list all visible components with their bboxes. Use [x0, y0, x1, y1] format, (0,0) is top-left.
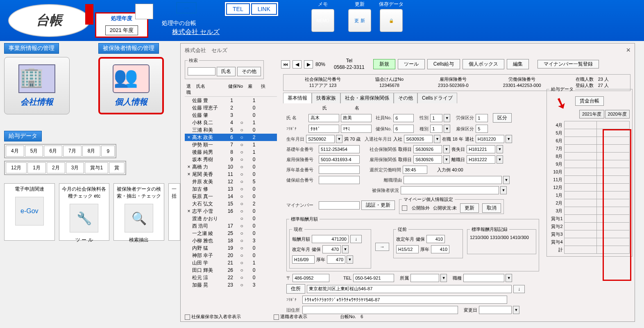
list-row[interactable]: 一之瀬 綾25○0 — [185, 230, 277, 237]
addr-kana-input[interactable] — [302, 296, 507, 304]
memo-tool[interactable]: メモ MEMO — [311, 1, 334, 32]
list-row[interactable]: 加古 修13○0 — [185, 185, 277, 193]
kana-mei-input[interactable] — [341, 125, 372, 133]
search-other-button[interactable]: その他 — [237, 67, 261, 76]
list-row[interactable]: 佐藤 理恵子20 — [185, 104, 277, 112]
tab-4[interactable]: Cellsドライブ — [417, 93, 457, 103]
tel-input[interactable] — [353, 274, 394, 282]
list-row[interactable]: 田口 輝美26○0 — [185, 266, 277, 274]
koyou-kbn-input[interactable] — [476, 125, 488, 133]
leave-input[interactable] — [476, 135, 504, 143]
month-cell[interactable]: 12月 — [6, 162, 27, 173]
tel-button[interactable]: TEL — [226, 3, 250, 15]
list-row[interactable]: 大石 弘文15○2 — [185, 200, 277, 207]
address-button[interactable]: 住所 — [286, 284, 305, 294]
sep-reason-select[interactable] — [404, 176, 502, 184]
list-row[interactable]: 荻原 真一14○0 — [185, 193, 277, 200]
check-tool[interactable]: 今月の社会保険料各種チェック etc 🔧 ツ ー ル — [59, 183, 110, 241]
kana-sei-input[interactable] — [308, 125, 339, 133]
hide-noninsured-checkbox[interactable] — [185, 314, 190, 320]
link-button[interactable]: LINK — [251, 3, 277, 15]
now-kounen-input[interactable] — [327, 255, 345, 264]
now-kenpo-input[interactable] — [322, 245, 341, 253]
list-row[interactable]: 小柳 雅也18○3 — [185, 237, 277, 244]
list-row[interactable]: ×高橋 力10○0 — [185, 163, 277, 171]
list-row[interactable]: 内野 猛19○0 — [185, 244, 277, 252]
personal-box-button[interactable]: 個人ボックス — [463, 59, 504, 69]
personal-info-button[interactable]: 個人情報 — [98, 57, 164, 114]
chevron-down-icon[interactable]: ▼ — [497, 155, 503, 164]
egov-tool[interactable]: 電子申請関連 e-Gov — [4, 183, 55, 241]
person-list[interactable]: 佐藤 豊11佐藤 理恵子20佐藤 肇30小林 良二4○1三浦 和美5○0×高木 … — [185, 96, 277, 326]
search-name-button[interactable]: 氏名 — [217, 67, 236, 76]
batch-tool[interactable]: 一括 — [168, 183, 180, 241]
tab-3[interactable]: その他 — [394, 93, 417, 103]
chevron-down-icon[interactable]: ▼ — [506, 135, 512, 143]
mynumber-input[interactable] — [319, 201, 360, 210]
emp-no-input[interactable] — [393, 114, 414, 122]
list-row[interactable]: ×志平 小雪16○0 — [185, 207, 277, 215]
shakai-loss-input[interactable] — [467, 145, 495, 153]
tab-1[interactable]: 扶養家族 — [312, 93, 340, 103]
chevron-down-icon[interactable]: ▼ — [503, 176, 510, 184]
mei-input[interactable] — [341, 114, 372, 122]
month-cell[interactable]: 賞 — [109, 162, 125, 173]
edit-button[interactable]: 編集 — [507, 59, 529, 69]
chevron-down-icon[interactable]: ▼ — [336, 135, 342, 143]
month-cell[interactable]: 6月 — [44, 146, 62, 157]
chevron-down-icon[interactable]: ▼ — [444, 114, 450, 122]
saved-data-tool[interactable]: 保存データ 🔒 — [379, 1, 404, 32]
month-cell[interactable]: 3月 — [66, 162, 84, 173]
tab-2[interactable]: 社会・雇用保険関係 — [340, 93, 394, 103]
verify-button[interactable]: 認証・更新 — [361, 200, 395, 210]
month-cell[interactable]: 8月 — [82, 146, 101, 157]
chevron-down-icon[interactable]: ▼ — [440, 274, 447, 282]
month-cell[interactable]: 4月 — [6, 146, 24, 157]
chevron-down-icon[interactable]: ▼ — [506, 274, 512, 282]
month-cell[interactable]: 9 — [101, 146, 115, 157]
list-row[interactable]: 松元 涼22○0 — [185, 274, 277, 281]
list-row[interactable]: 山田 学21○1 — [185, 259, 277, 266]
next-button[interactable]: ▶ — [304, 60, 313, 68]
mypage-update-button[interactable]: 更新 — [460, 203, 479, 213]
month-cell[interactable]: 7月 — [63, 146, 82, 157]
chevron-down-icon[interactable]: ▼ — [342, 245, 349, 253]
move-right-button[interactable]: → — [375, 243, 389, 251]
sei-input[interactable] — [308, 114, 339, 122]
koyou-sep-input[interactable] — [467, 155, 495, 164]
month-cell[interactable]: 5月 — [25, 146, 43, 157]
list-row[interactable]: 伊勢 順一7○1 — [185, 141, 277, 148]
changed-date-input[interactable] — [479, 306, 512, 314]
chevron-down-icon[interactable]: ▼ — [434, 135, 440, 143]
month-cell[interactable]: 賞与1 — [85, 162, 108, 173]
birth-input[interactable] — [306, 135, 335, 143]
kenpo-kumiai-input[interactable] — [319, 176, 360, 184]
mypage-cancel-button[interactable]: 取消 — [482, 203, 501, 213]
chevron-down-icon[interactable]: ▼ — [444, 125, 450, 133]
calendar-icon[interactable] — [135, 4, 153, 19]
weekly-input[interactable] — [403, 166, 427, 174]
old-addr-input[interactable] — [302, 306, 458, 314]
prev-rev-input[interactable] — [396, 245, 419, 253]
list-row[interactable]: ×尾関 美香11○0 — [185, 171, 277, 178]
resize-arrow-icon[interactable]: ↔ — [176, 2, 197, 14]
year-2021-button[interactable]: 2021年度 — [579, 110, 604, 118]
chevron-down-icon[interactable]: ▼ — [513, 306, 519, 314]
kenpo-no-input[interactable] — [393, 125, 414, 133]
rouho-input[interactable] — [476, 114, 488, 122]
tool-button[interactable]: ツール — [398, 59, 425, 69]
tab-0[interactable]: 基本情報 — [283, 93, 312, 103]
kubun-button[interactable]: 区分 — [493, 113, 512, 123]
prev-kounen-input[interactable] — [431, 245, 449, 253]
new-button[interactable]: 新規 — [373, 59, 395, 69]
list-row[interactable]: 後藤 純男8○1 — [185, 148, 277, 156]
first-button[interactable]: ⏮ — [281, 60, 290, 68]
month-cell[interactable]: 2月 — [47, 162, 65, 173]
year-value[interactable]: 2021 年度 — [105, 25, 138, 35]
insured-status-select[interactable] — [401, 186, 499, 194]
pension-input[interactable] — [319, 145, 360, 153]
join-input[interactable] — [404, 135, 433, 143]
postal-input[interactable] — [293, 274, 329, 282]
close-icon[interactable]: × — [626, 46, 630, 55]
addr-down-button[interactable]: ↓ — [513, 285, 525, 293]
